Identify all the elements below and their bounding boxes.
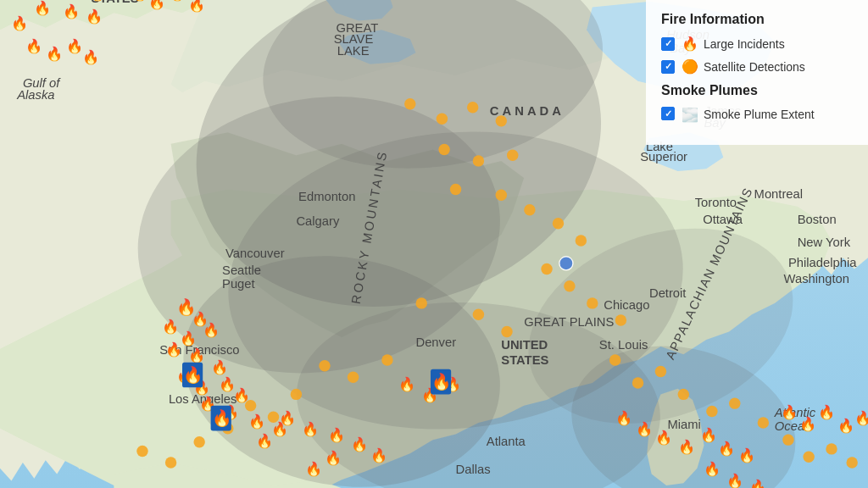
svg-text:🔥: 🔥 (11, 15, 29, 31)
large-incidents-label: Large Incidents (704, 37, 785, 51)
svg-text:STATES: STATES (92, 0, 139, 5)
svg-point-154 (803, 452, 814, 463)
svg-point-163 (291, 389, 302, 400)
svg-point-133 (496, 115, 507, 126)
svg-text:🔥: 🔥 (799, 416, 817, 432)
svg-text:🔥: 🔥 (25, 38, 43, 54)
fire-info-title: Fire Information (661, 12, 853, 27)
svg-point-150 (706, 406, 717, 417)
svg-point-130 (404, 98, 415, 109)
satellite-detections-item[interactable]: 🟠 Satellite Detections (661, 58, 853, 75)
svg-text:Ottawa: Ottawa (703, 213, 743, 226)
svg-text:Toronto: Toronto (695, 196, 737, 209)
svg-text:Puget: Puget (222, 277, 255, 291)
svg-text:🔥: 🔥 (837, 418, 855, 434)
svg-text:🔥: 🔥 (398, 376, 416, 392)
svg-text:Philadelphia: Philadelphia (788, 256, 857, 269)
svg-text:🔥: 🔥 (738, 447, 756, 463)
svg-point-132 (467, 102, 478, 113)
map-container: BROOKS RANGE UNITED STATES CANADA UNITED… (0, 0, 868, 488)
svg-text:🔥: 🔥 (655, 430, 673, 446)
svg-point-152 (758, 417, 769, 428)
svg-text:Detroit: Detroit (649, 286, 687, 300)
svg-text:🔥: 🔥 (188, 347, 206, 363)
svg-text:GREAT PLAINS: GREAT PLAINS (524, 315, 614, 329)
svg-text:🔥: 🔥 (325, 450, 342, 466)
svg-point-145 (615, 314, 626, 325)
svg-text:🔥: 🔥 (63, 3, 81, 19)
svg-text:Seattle: Seattle (222, 263, 261, 277)
svg-point-140 (553, 218, 564, 229)
svg-text:🔥: 🔥 (148, 0, 166, 10)
svg-text:🔥: 🔥 (726, 473, 744, 488)
svg-text:🔥: 🔥 (781, 404, 798, 420)
svg-text:Edmonton: Edmonton (298, 190, 355, 203)
svg-text:🔥: 🔥 (211, 359, 229, 375)
smoke-plumes-title: Smoke Plumes (661, 83, 853, 98)
svg-point-131 (437, 113, 448, 124)
svg-text:STATES: STATES (501, 353, 548, 367)
svg-text:🔥: 🔥 (188, 0, 206, 13)
svg-point-164 (268, 412, 279, 423)
satellite-detections-checkbox[interactable] (661, 60, 675, 74)
svg-point-149 (678, 389, 689, 400)
svg-text:LAKE: LAKE (337, 44, 370, 58)
svg-text:🔥: 🔥 (34, 0, 52, 16)
svg-text:🔥: 🔥 (86, 8, 103, 25)
svg-text:Alaska: Alaska (16, 88, 54, 102)
smoke-plume-label: Smoke Plume Extent (704, 107, 815, 122)
svg-text:🔥: 🔥 (46, 46, 64, 62)
svg-point-141 (576, 235, 587, 246)
svg-text:Boston: Boston (798, 213, 837, 226)
svg-point-165 (245, 400, 256, 411)
svg-text:🔥: 🔥 (749, 479, 767, 488)
svg-text:🔥: 🔥 (279, 410, 297, 426)
svg-text:🔥: 🔥 (165, 341, 183, 358)
svg-point-137 (450, 184, 461, 195)
fire-icon: 🔥 (682, 36, 698, 52)
svg-point-159 (415, 297, 426, 308)
svg-point-160 (381, 354, 392, 365)
svg-text:🔥: 🔥 (82, 49, 100, 65)
svg-text:Chicago: Chicago (604, 298, 649, 312)
svg-text:Atlanta: Atlanta (487, 435, 526, 448)
svg-point-153 (782, 434, 793, 445)
svg-point-161 (348, 372, 359, 383)
svg-point-155 (826, 443, 837, 454)
svg-text:🔥: 🔥 (700, 427, 718, 443)
svg-text:Calgary: Calgary (296, 214, 339, 228)
svg-text:Superior: Superior (640, 150, 687, 164)
svg-text:🔥: 🔥 (370, 447, 388, 463)
svg-text:🔥: 🔥 (718, 441, 736, 457)
svg-point-139 (524, 204, 535, 215)
svg-text:Dallas: Dallas (456, 463, 491, 476)
smoke-plume-checkbox[interactable] (661, 107, 675, 120)
large-incidents-item[interactable]: 🔥 Large Incidents (661, 36, 853, 52)
svg-text:New York: New York (798, 236, 851, 249)
smoke-icon: 🌫️ (682, 107, 698, 123)
svg-text:Montreal: Montreal (754, 187, 803, 201)
svg-text:🔥: 🔥 (328, 427, 346, 443)
legend-panel: Fire Information 🔥 Large Incidents 🟠 Sat… (646, 0, 868, 145)
svg-point-143 (564, 280, 575, 291)
svg-point-138 (496, 189, 507, 200)
svg-text:🔥: 🔥 (704, 461, 721, 477)
svg-text:Miami: Miami (667, 418, 700, 431)
svg-text:🔥: 🔥 (636, 421, 654, 437)
svg-point-158 (501, 326, 512, 337)
large-incidents-checkbox[interactable] (661, 37, 675, 51)
svg-point-142 (541, 263, 552, 274)
svg-text:🔥: 🔥 (212, 408, 232, 428)
svg-text:🔥: 🔥 (351, 436, 369, 452)
svg-text:🔥: 🔥 (305, 461, 323, 477)
svg-text:🔥: 🔥 (180, 330, 198, 347)
svg-text:🔥: 🔥 (183, 365, 203, 385)
svg-point-168 (165, 457, 176, 468)
svg-text:Gulf of: Gulf of (23, 76, 61, 90)
svg-text:UNITED: UNITED (501, 338, 548, 352)
svg-point-144 (587, 297, 598, 308)
svg-text:Vancouver: Vancouver (225, 247, 285, 260)
svg-text:🔥: 🔥 (203, 323, 220, 339)
orange-dot-icon: 🟠 (682, 58, 698, 75)
smoke-plume-item[interactable]: 🌫️ Smoke Plume Extent (661, 107, 853, 123)
